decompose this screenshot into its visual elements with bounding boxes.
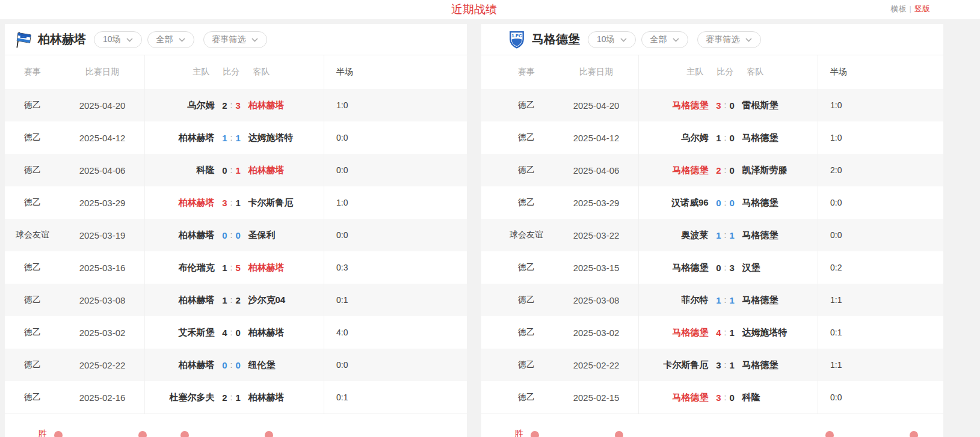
results-table: 德乙 2025-04-20 乌尔姆 2 : 3 柏林赫塔 1:0 德乙 2025… (5, 89, 467, 414)
table-row: 德乙 2025-04-12 柏林赫塔 1 : 1 达姆施塔特 0:0 (5, 121, 467, 154)
away-score: 1 (235, 165, 240, 176)
team-name: 柏林赫塔 (38, 31, 86, 47)
date-cell: 2025-03-29 (554, 198, 638, 208)
competition-filter-dropdown[interactable]: 赛事筛选 (203, 31, 267, 48)
home-team: 布伦瑞克 (145, 262, 215, 274)
vertical-layout-link[interactable]: 竖版 (914, 4, 930, 13)
score-colon: : (724, 328, 727, 337)
home-score: 1 (716, 133, 721, 143)
home-score: 3 (222, 198, 227, 208)
date-cell: 2025-02-22 (554, 360, 638, 370)
table-row: 德乙 2025-04-20 乌尔姆 2 : 3 柏林赫塔 1:0 (5, 89, 467, 121)
competition-cell: 德乙 (499, 295, 554, 305)
home-score: 0 (222, 230, 227, 240)
home-score: 1 (222, 133, 227, 143)
card-header: 1.FC 马格德堡 10场 全部 赛事筛选 (481, 24, 943, 55)
date-cell: 2025-02-22 (60, 360, 144, 370)
competition-filter-dropdown[interactable]: 赛事筛选 (697, 31, 761, 48)
away-score: 2 (235, 295, 240, 305)
date-cell: 2025-02-15 (554, 393, 638, 403)
home-score: 0 (222, 165, 227, 176)
halftime-cell: 0:0 (818, 219, 943, 251)
match-cell: 艾禾斯堡 4 : 0 柏林赫塔 (144, 316, 324, 349)
halftime-cell: 1:0 (818, 89, 943, 121)
table-row: 德乙 2025-04-06 马格德堡 2 : 0 凯泽斯劳滕 2:0 (481, 154, 943, 186)
home-score: 4 (716, 328, 721, 338)
halftime-cell: 0:0 (818, 381, 943, 414)
table-row: 球会友谊 2025-03-19 柏林赫塔 0 : 0 圣保利 0:0 (5, 219, 467, 251)
home-team: 奥波莱 (639, 230, 709, 241)
toggle-divider: | (910, 4, 911, 13)
venue-filter-dropdown[interactable]: 全部 (147, 31, 194, 48)
team-results-card: 1.FC 马格德堡 10场 全部 赛事筛选 赛事 比赛日期 主队 比分 (481, 24, 943, 437)
score: 1 : 0 (709, 133, 742, 143)
recent-results-cards: 1.FC 柏林赫塔 10场 全部 赛事筛选 赛事 比赛日期 主队 比分 (5, 24, 980, 437)
away-team: 达姆施塔特 (248, 132, 324, 144)
away-score: 1 (729, 360, 734, 370)
table-row: 德乙 2025-03-02 马格德堡 4 : 1 达姆施塔特 0:1 (481, 316, 943, 349)
away-team: 柏林赫塔 (248, 262, 324, 274)
table-column-header: 赛事 比赛日期 主队 比分 客队 半场 (5, 55, 467, 89)
column-date: 比赛日期 (60, 67, 144, 78)
home-score: 4 (222, 328, 227, 338)
halftime-cell: 0:1 (818, 316, 943, 349)
match-cell: 乌尔姆 1 : 0 马格德堡 (638, 121, 818, 154)
away-team: 柏林赫塔 (248, 165, 324, 176)
home-score: 1 (222, 263, 227, 273)
home-score: 2 (716, 165, 721, 176)
home-score: 3 (716, 393, 721, 403)
home-team: 乌尔姆 (639, 132, 709, 144)
competition-cell: 德乙 (499, 132, 554, 143)
chevron-down-icon (673, 38, 679, 42)
date-cell: 2025-03-19 (60, 230, 144, 240)
score-colon: : (230, 100, 233, 110)
score: 1 : 1 (709, 295, 742, 305)
away-team: 达姆施塔特 (742, 327, 818, 338)
chevron-down-icon (620, 38, 627, 42)
date-cell: 2025-04-12 (60, 133, 144, 143)
table-row: 德乙 2025-03-16 布伦瑞克 1 : 5 柏林赫塔 0:3 (5, 251, 467, 284)
horizontal-layout-link[interactable]: 横板 (891, 4, 907, 13)
page-title: 近期战绩 (5, 0, 943, 19)
competition-cell: 球会友谊 (5, 230, 60, 240)
score-colon: : (724, 100, 727, 110)
win-dot (54, 431, 63, 437)
home-team: 马格德堡 (639, 262, 709, 274)
halftime-cell: 0:3 (324, 251, 467, 284)
home-score: 3 (716, 360, 721, 370)
match-cell: 马格德堡 4 : 1 达姆施塔特 (638, 316, 818, 349)
away-score: 1 (729, 295, 734, 305)
venue-filter-dropdown[interactable]: 全部 (641, 31, 688, 48)
games-filter-dropdown[interactable]: 10场 (94, 31, 142, 48)
score: 2 : 1 (215, 393, 248, 403)
win-legend-row: 胜 (481, 414, 943, 437)
table-row: 德乙 2025-04-06 科隆 0 : 1 柏林赫塔 0:0 (5, 154, 467, 186)
away-team: 凯泽斯劳滕 (742, 165, 818, 176)
score-colon: : (724, 165, 727, 175)
layout-toggle: 横板|竖版 (891, 0, 930, 18)
column-away: 客队 (742, 67, 818, 78)
table-row: 德乙 2025-04-12 乌尔姆 1 : 0 马格德堡 1:0 (481, 121, 943, 154)
score-colon: : (724, 230, 727, 240)
table-row: 德乙 2025-03-29 汉诺威96 0 : 0 马格德堡 0:0 (481, 186, 943, 219)
score: 0 : 0 (215, 230, 248, 240)
score-colon: : (230, 360, 233, 370)
games-filter-dropdown[interactable]: 10场 (588, 31, 636, 48)
score: 4 : 1 (709, 328, 742, 338)
away-score: 3 (729, 263, 734, 273)
score-colon: : (724, 263, 727, 272)
match-cell: 马格德堡 2 : 0 凯泽斯劳滕 (638, 154, 818, 186)
halftime-cell: 0:2 (818, 251, 943, 284)
games-filter-label: 10场 (103, 34, 121, 45)
away-team: 马格德堡 (742, 197, 818, 209)
table-row: 德乙 2025-03-15 马格德堡 0 : 3 汉堡 0:2 (481, 251, 943, 284)
date-cell: 2025-04-20 (554, 100, 638, 111)
home-team: 艾禾斯堡 (145, 327, 215, 338)
halftime-cell: 0:0 (818, 186, 943, 219)
column-competition: 赛事 (499, 67, 554, 78)
table-row: 德乙 2025-03-02 艾禾斯堡 4 : 0 柏林赫塔 4:0 (5, 316, 467, 349)
match-cell: 柏林赫塔 1 : 1 达姆施塔特 (144, 121, 324, 154)
home-team: 马格德堡 (639, 165, 709, 176)
table-row: 德乙 2025-02-16 杜塞尔多夫 2 : 1 柏林赫塔 0:1 (5, 381, 467, 414)
away-score: 1 (729, 328, 734, 338)
